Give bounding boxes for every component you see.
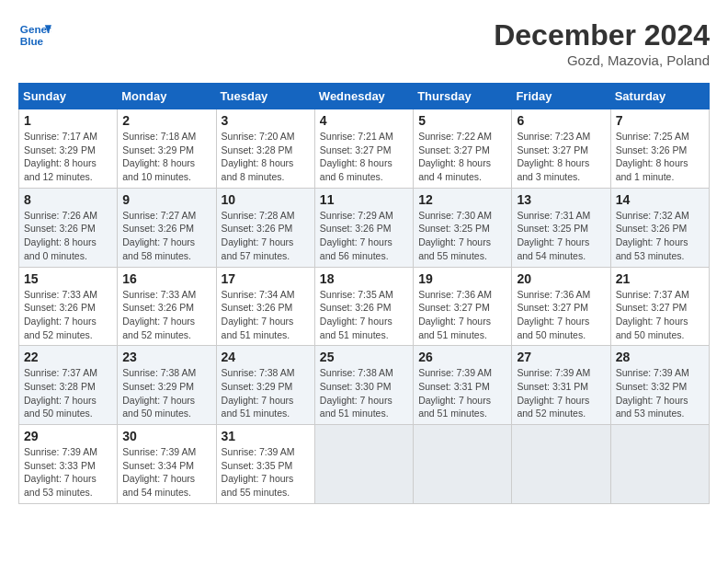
day-info: Sunrise: 7:33 AM Sunset: 3:26 PM Dayligh… [24, 288, 112, 342]
calendar-cell [414, 425, 512, 504]
day-number: 25 [320, 350, 408, 364]
day-number: 9 [122, 192, 210, 207]
calendar-cell [512, 425, 610, 504]
calendar-cell: 24Sunrise: 7:38 AM Sunset: 3:29 PM Dayli… [216, 346, 314, 425]
calendar-cell: 25Sunrise: 7:38 AM Sunset: 3:30 PM Dayli… [314, 346, 413, 425]
calendar-cell: 19Sunrise: 7:36 AM Sunset: 3:27 PM Dayli… [414, 267, 512, 346]
day-number: 6 [517, 113, 605, 128]
calendar-cell: 13Sunrise: 7:31 AM Sunset: 3:25 PM Dayli… [512, 188, 610, 267]
calendar-cell: 15Sunrise: 7:33 AM Sunset: 3:26 PM Dayli… [19, 267, 118, 346]
day-number: 7 [616, 113, 704, 128]
day-number: 13 [517, 192, 605, 207]
day-info: Sunrise: 7:30 AM Sunset: 3:25 PM Dayligh… [418, 209, 506, 263]
calendar-cell: 7Sunrise: 7:25 AM Sunset: 3:26 PM Daylig… [610, 109, 709, 189]
day-number: 19 [418, 271, 506, 286]
calendar-cell: 16Sunrise: 7:33 AM Sunset: 3:26 PM Dayli… [118, 267, 216, 346]
week-row-2: 8Sunrise: 7:26 AM Sunset: 3:26 PM Daylig… [19, 188, 710, 267]
calendar-cell: 6Sunrise: 7:23 AM Sunset: 3:27 PM Daylig… [512, 109, 610, 189]
calendar-cell: 11Sunrise: 7:29 AM Sunset: 3:26 PM Dayli… [314, 188, 413, 267]
day-number: 29 [24, 429, 112, 443]
day-info: Sunrise: 7:35 AM Sunset: 3:26 PM Dayligh… [320, 288, 408, 342]
day-info: Sunrise: 7:32 AM Sunset: 3:26 PM Dayligh… [616, 209, 704, 263]
day-number: 3 [222, 113, 310, 128]
day-header-saturday: Saturday [610, 84, 709, 109]
day-header-row: SundayMondayTuesdayWednesdayThursdayFrid… [19, 84, 710, 109]
day-info: Sunrise: 7:23 AM Sunset: 3:27 PM Dayligh… [517, 130, 605, 184]
calendar-cell [314, 425, 413, 504]
calendar-cell: 28Sunrise: 7:39 AM Sunset: 3:32 PM Dayli… [610, 346, 709, 425]
day-info: Sunrise: 7:39 AM Sunset: 3:33 PM Dayligh… [24, 445, 112, 500]
day-header-wednesday: Wednesday [314, 84, 413, 109]
calendar-subtitle: Gozd, Mazovia, Poland [494, 52, 710, 68]
calendar-cell: 14Sunrise: 7:32 AM Sunset: 3:26 PM Dayli… [610, 188, 709, 267]
week-row-1: 1Sunrise: 7:17 AM Sunset: 3:29 PM Daylig… [19, 109, 710, 189]
svg-text:Blue: Blue [20, 35, 44, 47]
title-block: December 2024 Gozd, Mazovia, Poland [494, 18, 710, 68]
day-header-thursday: Thursday [414, 84, 512, 109]
day-info: Sunrise: 7:37 AM Sunset: 3:27 PM Dayligh… [616, 288, 704, 342]
calendar-cell: 8Sunrise: 7:26 AM Sunset: 3:26 PM Daylig… [19, 188, 118, 267]
day-number: 4 [320, 113, 408, 128]
day-info: Sunrise: 7:33 AM Sunset: 3:26 PM Dayligh… [122, 288, 210, 342]
calendar-cell [610, 425, 709, 504]
day-info: Sunrise: 7:20 AM Sunset: 3:28 PM Dayligh… [222, 130, 310, 184]
day-number: 24 [222, 350, 310, 364]
day-number: 10 [222, 192, 310, 207]
calendar-cell: 30Sunrise: 7:39 AM Sunset: 3:34 PM Dayli… [118, 425, 216, 504]
day-header-friday: Friday [512, 84, 610, 109]
calendar-cell: 4Sunrise: 7:21 AM Sunset: 3:27 PM Daylig… [314, 109, 413, 189]
day-info: Sunrise: 7:28 AM Sunset: 3:26 PM Dayligh… [222, 209, 310, 263]
day-number: 2 [122, 113, 210, 128]
day-info: Sunrise: 7:26 AM Sunset: 3:26 PM Dayligh… [24, 209, 112, 263]
calendar-cell: 20Sunrise: 7:36 AM Sunset: 3:27 PM Dayli… [512, 267, 610, 346]
calendar-cell: 29Sunrise: 7:39 AM Sunset: 3:33 PM Dayli… [19, 425, 118, 504]
calendar-cell: 12Sunrise: 7:30 AM Sunset: 3:25 PM Dayli… [414, 188, 512, 267]
day-number: 26 [418, 350, 506, 364]
day-header-sunday: Sunday [19, 84, 118, 109]
calendar-cell: 3Sunrise: 7:20 AM Sunset: 3:28 PM Daylig… [216, 109, 314, 189]
day-info: Sunrise: 7:39 AM Sunset: 3:31 PM Dayligh… [517, 366, 605, 420]
week-row-5: 29Sunrise: 7:39 AM Sunset: 3:33 PM Dayli… [19, 425, 710, 504]
logo-icon: General Blue [18, 18, 51, 52]
day-number: 8 [24, 192, 112, 207]
calendar-cell: 18Sunrise: 7:35 AM Sunset: 3:26 PM Dayli… [314, 267, 413, 346]
day-number: 18 [320, 271, 408, 286]
day-info: Sunrise: 7:36 AM Sunset: 3:27 PM Dayligh… [418, 288, 506, 342]
calendar-cell: 2Sunrise: 7:18 AM Sunset: 3:29 PM Daylig… [118, 109, 216, 189]
calendar-cell: 31Sunrise: 7:39 AM Sunset: 3:35 PM Dayli… [216, 425, 314, 504]
day-number: 21 [616, 271, 704, 286]
week-row-4: 22Sunrise: 7:37 AM Sunset: 3:28 PM Dayli… [19, 346, 710, 425]
day-number: 16 [122, 271, 210, 286]
day-number: 28 [616, 350, 704, 364]
day-info: Sunrise: 7:27 AM Sunset: 3:26 PM Dayligh… [122, 209, 210, 263]
week-row-3: 15Sunrise: 7:33 AM Sunset: 3:26 PM Dayli… [19, 267, 710, 346]
calendar-title: December 2024 [494, 18, 710, 52]
day-header-tuesday: Tuesday [216, 84, 314, 109]
day-number: 17 [222, 271, 310, 286]
day-info: Sunrise: 7:38 AM Sunset: 3:29 PM Dayligh… [222, 366, 310, 420]
day-number: 14 [616, 192, 704, 207]
day-number: 22 [24, 350, 112, 364]
day-number: 12 [418, 192, 506, 207]
day-info: Sunrise: 7:21 AM Sunset: 3:27 PM Dayligh… [320, 130, 408, 184]
day-info: Sunrise: 7:39 AM Sunset: 3:34 PM Dayligh… [122, 445, 210, 500]
calendar-cell: 23Sunrise: 7:38 AM Sunset: 3:29 PM Dayli… [118, 346, 216, 425]
calendar-cell: 9Sunrise: 7:27 AM Sunset: 3:26 PM Daylig… [118, 188, 216, 267]
day-number: 27 [517, 350, 605, 364]
day-number: 5 [418, 113, 506, 128]
day-number: 1 [24, 113, 112, 128]
day-info: Sunrise: 7:39 AM Sunset: 3:31 PM Dayligh… [418, 366, 506, 420]
day-info: Sunrise: 7:37 AM Sunset: 3:28 PM Dayligh… [24, 366, 112, 420]
day-header-monday: Monday [118, 84, 216, 109]
calendar-body: 1Sunrise: 7:17 AM Sunset: 3:29 PM Daylig… [19, 109, 710, 504]
calendar-cell: 1Sunrise: 7:17 AM Sunset: 3:29 PM Daylig… [19, 109, 118, 189]
calendar-cell: 5Sunrise: 7:22 AM Sunset: 3:27 PM Daylig… [414, 109, 512, 189]
day-info: Sunrise: 7:38 AM Sunset: 3:30 PM Dayligh… [320, 366, 408, 420]
day-info: Sunrise: 7:31 AM Sunset: 3:25 PM Dayligh… [517, 209, 605, 263]
day-number: 20 [517, 271, 605, 286]
calendar-cell: 10Sunrise: 7:28 AM Sunset: 3:26 PM Dayli… [216, 188, 314, 267]
calendar-cell: 27Sunrise: 7:39 AM Sunset: 3:31 PM Dayli… [512, 346, 610, 425]
day-info: Sunrise: 7:39 AM Sunset: 3:35 PM Dayligh… [222, 445, 310, 500]
calendar-cell: 26Sunrise: 7:39 AM Sunset: 3:31 PM Dayli… [414, 346, 512, 425]
calendar-cell: 21Sunrise: 7:37 AM Sunset: 3:27 PM Dayli… [610, 267, 709, 346]
